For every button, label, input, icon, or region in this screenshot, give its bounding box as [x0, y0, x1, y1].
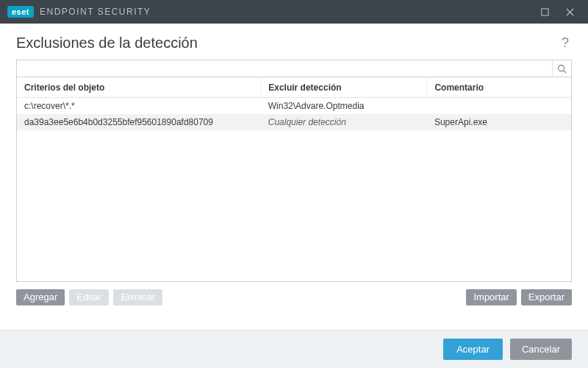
search-icon: [557, 64, 567, 74]
cell-exclude: Cualquier detección: [261, 114, 427, 130]
minimize-icon: [541, 8, 549, 16]
delete-button: Eliminar: [113, 289, 162, 305]
exclusions-table: Criterios del objeto Excluir detección C…: [17, 77, 571, 130]
dialog-footer: Aceptar Cancelar: [0, 330, 588, 368]
page-header: Exclusiones de la detección ?: [0, 24, 588, 60]
titlebar: eset ENDPOINT SECURITY: [0, 0, 588, 24]
close-button[interactable]: [557, 0, 582, 24]
svg-point-1: [559, 65, 564, 71]
table-row[interactable]: c:\recover\*.*Win32\Advare.Optmedia: [17, 98, 571, 115]
search-bar: [16, 60, 572, 77]
table-row[interactable]: da39a3ee5e6b4b0d3255bfef95601890afd80709…: [17, 114, 571, 130]
page-title: Exclusiones de la detección: [16, 35, 198, 52]
column-comment[interactable]: Comentario: [427, 77, 571, 98]
exclusions-table-container: Criterios del objeto Excluir detección C…: [16, 77, 572, 282]
edit-button: Editar: [69, 289, 109, 305]
cell-criteria: da39a3ee5e6b4b0d3255bfef95601890afd80709: [17, 114, 261, 130]
close-icon: [566, 8, 574, 16]
cell-comment: [427, 98, 571, 115]
search-button[interactable]: [552, 60, 571, 77]
accept-button[interactable]: Aceptar: [443, 339, 503, 360]
table-toolbar: Agregar Editar Eliminar Importar Exporta…: [16, 289, 572, 305]
help-button[interactable]: ?: [559, 34, 572, 52]
minimize-button[interactable]: [532, 0, 557, 24]
search-input[interactable]: [17, 60, 552, 77]
svg-rect-0: [541, 8, 548, 15]
column-criteria[interactable]: Criterios del objeto: [17, 77, 261, 98]
product-name: ENDPOINT SECURITY: [40, 7, 151, 17]
export-button[interactable]: Exportar: [521, 289, 572, 305]
cell-exclude: Win32\Advare.Optmedia: [261, 98, 427, 115]
add-button[interactable]: Agregar: [16, 289, 65, 305]
cancel-button[interactable]: Cancelar: [510, 339, 572, 360]
cell-comment: SuperApi.exe: [427, 114, 571, 130]
import-button[interactable]: Importar: [466, 289, 516, 305]
column-exclude[interactable]: Excluir detección: [261, 77, 427, 98]
brand-badge: eset: [7, 6, 34, 18]
cell-criteria: c:\recover\*.*: [17, 98, 261, 115]
